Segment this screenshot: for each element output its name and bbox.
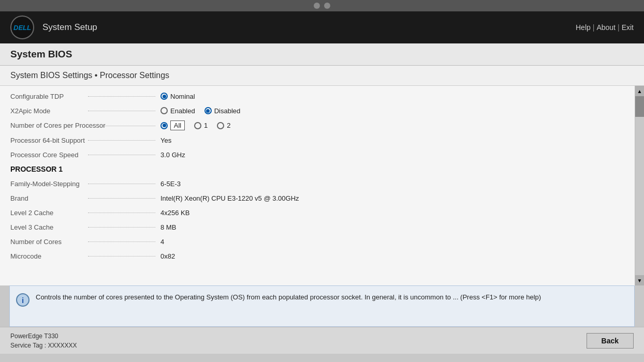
header-left: DELL System Setup (10, 16, 97, 39)
radio-all[interactable]: All (160, 120, 185, 130)
setting-row-l3cache: Level 3 Cache 8 MB (0, 220, 635, 234)
drag-bar (0, 0, 644, 11)
service-tag: Service Tag : XXXXXXX (10, 341, 77, 350)
setting-row-l2cache: Level 2 Cache 4x256 KB (0, 205, 635, 220)
value-core-speed: 3.0 GHz (160, 151, 185, 159)
processor1-header-label: PROCESSOR 1 (10, 165, 63, 173)
value-family: 6-5E-3 (160, 180, 181, 188)
scrollbar-down-button[interactable]: ▼ (635, 275, 644, 285)
value-brand: Intel(R) Xeon(R) CPU E3-1220 v5 @ 3.00GH… (160, 194, 299, 202)
header-title: System Setup (42, 22, 97, 33)
setting-row-x2apic: X2Apic Mode Enabled Disabled (0, 103, 635, 118)
label-num-cores: Number of Cores (10, 238, 160, 246)
setting-row-64bit: Processor 64-bit Support Yes (0, 133, 635, 147)
label-x2apic: X2Apic Mode (10, 107, 160, 115)
info-panel: i Controls the number of cores presented… (9, 285, 635, 327)
radio-disabled[interactable]: Disabled (204, 107, 241, 115)
radio-circle-1 (194, 122, 201, 129)
radio-enabled[interactable]: Enabled (160, 107, 195, 115)
drag-circle-2 (324, 3, 330, 9)
service-tag-value: XXXXXXX (48, 342, 77, 349)
breadcrumb: System BIOS Settings • Processor Setting… (10, 71, 634, 80)
value-configurable-tdp: Nominal (160, 93, 195, 100)
dell-logo-text: DELL (13, 24, 31, 32)
radio-circle-2 (217, 122, 224, 129)
value-num-cores: 4 (160, 238, 164, 246)
label-64bit: Processor 64-bit Support (10, 137, 160, 144)
value-box-all: All (170, 120, 185, 130)
radio-label-2: 2 (227, 122, 230, 129)
system-name: PowerEdge T330 (10, 331, 77, 341)
setting-row-microcode: Microcode 0x82 (0, 249, 635, 263)
help-link[interactable]: Help (576, 23, 591, 32)
label-configurable-tdp: Configurable TDP (10, 93, 160, 100)
setting-row-num-cores: Number of Cores 4 (0, 234, 635, 249)
label-l3cache: Level 3 Cache (10, 223, 160, 231)
setting-row-brand: Brand Intel(R) Xeon(R) CPU E3-1220 v5 @ … (0, 191, 635, 205)
scrollbar-track[interactable] (635, 96, 644, 275)
label-brand: Brand (10, 194, 160, 202)
radio-circle-nominal (160, 93, 168, 100)
scrollbar-thumb[interactable] (635, 96, 644, 117)
footer: PowerEdge T330 Service Tag : XXXXXXX Bac… (0, 327, 644, 354)
radio-1[interactable]: 1 (194, 122, 208, 129)
nav-sep-1: | (593, 23, 595, 32)
footer-left: PowerEdge T330 Service Tag : XXXXXXX (10, 331, 77, 350)
setting-row-family: Family-Model-Stepping 6-5E-3 (0, 176, 635, 191)
header-nav: Help | About | Exit (576, 23, 634, 32)
radio-label-1: 1 (204, 122, 208, 129)
dell-logo: DELL (10, 16, 34, 39)
radio-circle-all (160, 122, 168, 129)
setting-row-core-speed: Processor Core Speed 3.0 GHz (0, 147, 635, 162)
value-l3cache: 8 MB (160, 223, 176, 231)
scrollbar-up-button[interactable]: ▲ (635, 86, 644, 96)
setting-row-configurable-tdp: Configurable TDP Nominal (0, 89, 635, 103)
setting-row-cores: Number of Cores per Processor All 1 2 (0, 118, 635, 133)
breadcrumb-bar: System BIOS Settings • Processor Setting… (0, 66, 644, 86)
section-title-bar: System BIOS (0, 43, 644, 66)
about-link[interactable]: About (596, 23, 616, 32)
radio-circle-disabled (204, 107, 212, 114)
back-button[interactable]: Back (587, 333, 634, 349)
radio-group-cores: All 1 2 (160, 120, 230, 130)
value-cores: All 1 2 (160, 120, 230, 130)
label-cores: Number of Cores per Processor (10, 122, 160, 129)
radio-label-disabled: Disabled (214, 107, 241, 115)
value-64bit: Yes (160, 137, 171, 144)
settings-panel: Configurable TDP Nominal X2Apic Mode Ena… (0, 86, 635, 285)
info-text: Controls the number of cores presented t… (36, 292, 627, 303)
radio-nominal[interactable]: Nominal (160, 93, 195, 100)
info-icon: i (16, 293, 30, 307)
drag-circle-1 (314, 3, 320, 9)
value-microcode: 0x82 (160, 252, 175, 260)
radio-group-configurable-tdp: Nominal (160, 93, 195, 100)
value-x2apic: Enabled Disabled (160, 107, 240, 115)
processor1-header-row: PROCESSOR 1 (0, 162, 635, 176)
label-family: Family-Model-Stepping (10, 180, 160, 188)
exit-link[interactable]: Exit (622, 23, 634, 32)
value-l2cache: 4x256 KB (160, 209, 189, 217)
radio-label-enabled: Enabled (170, 107, 195, 115)
nav-sep-2: | (618, 23, 620, 32)
radio-group-x2apic: Enabled Disabled (160, 107, 240, 115)
section-title: System BIOS (10, 49, 634, 60)
header: DELL System Setup Help | About | Exit (0, 11, 644, 43)
label-microcode: Microcode (10, 252, 160, 260)
radio-label-nominal: Nominal (170, 93, 195, 100)
scrollbar[interactable]: ▲ ▼ (635, 86, 644, 285)
service-tag-label: Service Tag : (10, 342, 48, 349)
label-l2cache: Level 2 Cache (10, 209, 160, 217)
main-content: Configurable TDP Nominal X2Apic Mode Ena… (0, 86, 644, 285)
radio-2[interactable]: 2 (217, 122, 230, 129)
radio-circle-enabled (160, 107, 168, 114)
label-core-speed: Processor Core Speed (10, 151, 160, 159)
